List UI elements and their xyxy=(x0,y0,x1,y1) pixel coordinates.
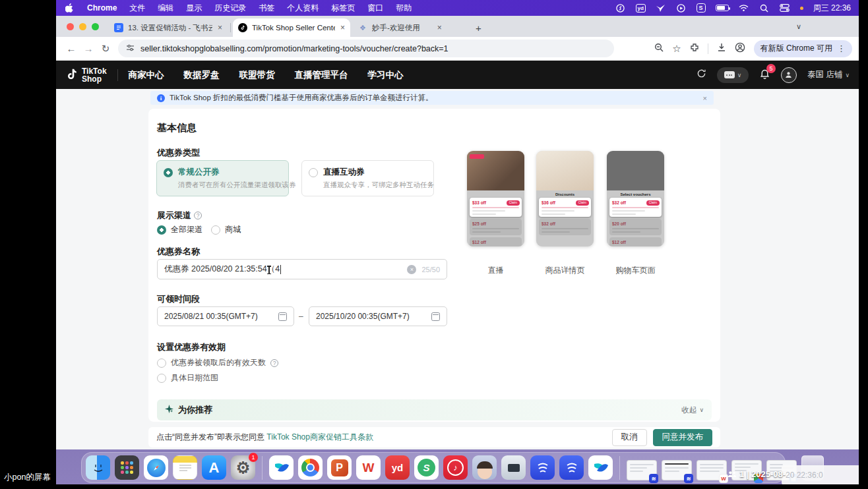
chevron-down-icon: ∨ xyxy=(737,72,742,78)
window-zoom-button[interactable] xyxy=(92,23,99,30)
status-play-icon[interactable] xyxy=(676,3,687,13)
refresh-icon[interactable] xyxy=(697,69,706,81)
avatar-app-dock-icon[interactable] xyxy=(472,455,497,480)
menu-bookmarks[interactable]: 书签 xyxy=(259,3,274,14)
chrome-menu-icon[interactable]: ⋮ xyxy=(837,43,846,53)
menu-file[interactable]: 文件 xyxy=(129,3,145,14)
reload-button[interactable]: ↻ xyxy=(97,43,114,55)
tab-feishu-doc[interactable]: 13. 设置促销活动 - 飞书云文档 × xyxy=(109,18,229,37)
coupon-name-label: 优惠券名称 xyxy=(157,246,200,258)
calendar-icon[interactable] xyxy=(278,312,287,321)
spotlight-search-icon[interactable] xyxy=(759,3,770,13)
profile-icon[interactable] xyxy=(735,42,745,55)
window-minimize-button[interactable] xyxy=(79,23,86,30)
zoom-icon[interactable] xyxy=(654,43,664,54)
validity-option-range[interactable]: 具体日期范围 xyxy=(157,372,218,384)
nav-affiliate[interactable]: 联盟带货 xyxy=(239,69,275,81)
clear-input-icon[interactable]: × xyxy=(407,265,416,274)
settings-badge: 1 xyxy=(249,453,258,462)
store-region-selector[interactable]: 泰国 店铺 ∨ xyxy=(807,69,850,80)
coupon-type-option-public[interactable]: 常规公开券 消费者可在所有公开流量渠道领取该券 xyxy=(156,160,289,196)
back-button[interactable]: ← xyxy=(63,43,80,54)
calendar-icon[interactable] xyxy=(431,312,440,321)
chrome-update-chip[interactable]: 有新版 Chrome 可用 ⋮ xyxy=(754,40,852,57)
agree-and-publish-button[interactable]: 同意并发布 xyxy=(653,429,713,446)
banner-text: TikTok Shop 折扣的最低消费门槛基于使用商家优惠券后的订单金额进行计算… xyxy=(170,93,433,103)
validity-option-days[interactable]: 优惠券被领取后的有效天数 ? xyxy=(157,357,278,368)
menu-view[interactable]: 显示 xyxy=(186,3,202,14)
help-question-icon[interactable]: ? xyxy=(270,359,278,367)
terms-link[interactable]: TikTok Shop商家促销工具条款 xyxy=(266,432,373,442)
tiktok-shop-logo[interactable]: TikTokShop xyxy=(65,67,107,83)
site-settings-icon[interactable] xyxy=(126,44,135,53)
menu-history[interactable]: 历史记录 xyxy=(214,3,246,14)
claim-period-start-input[interactable]: 2025/08/21 00:35(GMT+7) xyxy=(157,306,294,326)
tab-close-icon[interactable]: × xyxy=(437,23,442,32)
status-s-icon[interactable]: S xyxy=(697,3,706,13)
status-bird-icon[interactable] xyxy=(656,3,666,13)
media-app-dock-icon[interactable] xyxy=(501,455,526,480)
bookmark-star-icon[interactable]: ☆ xyxy=(672,43,681,55)
menubar-clock[interactable]: 周三 22:36 xyxy=(813,3,851,14)
menubar-app-name[interactable]: Chrome xyxy=(87,3,117,13)
tab-close-icon[interactable]: × xyxy=(340,23,345,32)
extensions-icon[interactable] xyxy=(690,43,699,54)
collapse-toggle[interactable]: 收起 ∨ xyxy=(681,405,704,415)
tab-close-icon[interactable]: × xyxy=(218,23,222,32)
finder-dock-icon[interactable] xyxy=(86,455,110,480)
claim-period-end-input[interactable]: 2025/10/20 00:35(GMT+7) xyxy=(309,306,447,326)
wifi-icon[interactable] xyxy=(739,3,749,13)
lark-2-dock-icon[interactable] xyxy=(588,455,613,480)
launchpad-dock-icon[interactable] xyxy=(115,455,139,480)
nav-data-compass[interactable]: 数据罗盘 xyxy=(184,69,220,81)
notifications-button[interactable]: 5 xyxy=(759,68,770,82)
tab-miaoshou[interactable]: ❖ 妙手-欢迎使用 × xyxy=(353,18,464,37)
notes-dock-icon[interactable] xyxy=(173,455,197,480)
status-app-icon-1[interactable] xyxy=(615,3,626,13)
system-settings-dock-icon[interactable]: ⚙1 xyxy=(231,455,255,480)
nav-seller-center[interactable]: 商家中心 xyxy=(129,69,164,81)
menu-help[interactable]: 帮助 xyxy=(396,3,412,14)
tab-search-chevron-icon[interactable]: ∨ xyxy=(796,22,801,31)
menu-edit[interactable]: 编辑 xyxy=(158,3,173,14)
help-question-icon[interactable]: ? xyxy=(194,212,202,219)
address-bar[interactable]: seller.tiktokshopglobalselling.com/promo… xyxy=(118,40,614,57)
menu-tabs[interactable]: 标签页 xyxy=(331,3,355,14)
safari-dock-icon[interactable] xyxy=(144,455,168,480)
nav-live-manager[interactable]: 直播管理平台 xyxy=(295,69,348,81)
wps-office-dock-icon[interactable]: W xyxy=(356,455,381,480)
youdao-dict-dock-icon[interactable]: yd xyxy=(385,455,410,480)
channel-option-mall[interactable]: 商城 xyxy=(211,224,241,235)
control-center-icon[interactable] xyxy=(780,3,790,13)
tab-tiktok-seller-center[interactable]: TikTok Shop Seller Center | C × xyxy=(233,18,350,37)
blue-swirl-app-dock-icon[interactable] xyxy=(530,455,555,480)
lark-dock-icon[interactable] xyxy=(269,455,294,480)
status-youdao-icon[interactable]: yd xyxy=(636,4,646,13)
menu-profiles[interactable]: 个人资料 xyxy=(287,3,319,14)
chat-button[interactable]: ∨ xyxy=(717,67,749,83)
cancel-button[interactable]: 取消 xyxy=(612,429,647,446)
download-icon[interactable] xyxy=(717,43,726,54)
coupon-type-option-live[interactable]: 直播互动券 直播观众专享，可绑定多种互动任务 xyxy=(301,160,434,196)
radio-unselected-icon xyxy=(309,168,318,177)
display-channel-label: 展示渠道? xyxy=(157,210,202,221)
forward-button[interactable]: → xyxy=(80,43,97,54)
menu-window[interactable]: 窗口 xyxy=(367,3,383,14)
new-tab-button[interactable]: + xyxy=(476,22,481,34)
channel-option-all[interactable]: 全部渠道 xyxy=(157,224,202,235)
minimized-window-3[interactable]: W xyxy=(697,460,727,480)
minimized-window-1[interactable]: ≋ xyxy=(627,460,657,480)
soul-dock-icon[interactable]: S xyxy=(414,455,439,480)
powerpoint-dock-icon[interactable]: P xyxy=(327,455,352,480)
minimized-window-2[interactable]: ≋ xyxy=(662,460,692,480)
blue-swirl-app-2-dock-icon[interactable] xyxy=(559,455,584,480)
banner-close-icon[interactable]: × xyxy=(703,94,707,102)
coupon-name-input[interactable]: 优惠券 2025/08/20 21:35:54（4 × 25/50 xyxy=(157,259,447,279)
apple-menu-icon[interactable] xyxy=(64,3,75,13)
account-avatar[interactable] xyxy=(781,67,797,83)
netease-music-dock-icon[interactable]: ♪ xyxy=(443,455,468,480)
chrome-dock-icon[interactable] xyxy=(298,455,323,480)
nav-learning-center[interactable]: 学习中心 xyxy=(368,69,404,81)
window-close-button[interactable] xyxy=(67,23,74,30)
app-store-dock-icon[interactable]: A xyxy=(202,455,226,480)
